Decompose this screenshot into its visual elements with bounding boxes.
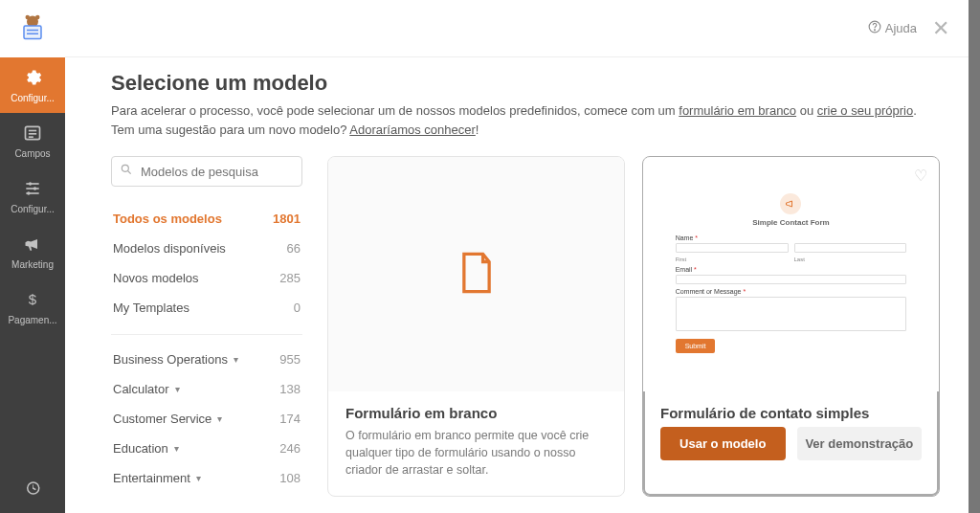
svg-text:$: $: [29, 291, 37, 307]
sidebar-filter-count: 285: [279, 271, 301, 285]
view-demo-button[interactable]: Ver demonstração: [797, 427, 923, 460]
page-title: Selecione um modelo: [111, 71, 940, 96]
heart-icon[interactable]: ♡: [914, 167, 927, 185]
sidebar-filter[interactable]: Todos os modelos1801: [111, 204, 302, 234]
nav-label: Pagamen...: [8, 315, 56, 325]
svg-line-20: [128, 171, 131, 174]
svg-point-18: [874, 30, 875, 31]
sidebar-category-label: Calculator▾: [113, 382, 180, 396]
sidebar-category-label: Customer Service▾: [113, 412, 222, 426]
sidebar-filter-count: 0: [294, 301, 301, 315]
sidebar-separator: [111, 334, 302, 335]
sidebar-filter-label: Novos modelos: [113, 271, 199, 285]
nav-settings[interactable]: Configur...: [0, 168, 65, 224]
sidebar-category[interactable]: Calculator▾138: [111, 374, 302, 404]
sidebar-filter-label: Modelos disponíveis: [113, 241, 226, 256]
nav-setup[interactable]: Configur...: [0, 57, 65, 113]
chevron-down-icon: ▾: [217, 413, 222, 424]
nav-payments[interactable]: $ Pagamen...: [0, 279, 65, 335]
nav-history[interactable]: [0, 465, 65, 513]
svg-point-2: [35, 15, 40, 20]
sidebar-category-count: 108: [279, 471, 301, 485]
link-blank-form[interactable]: formulário em branco: [679, 103, 796, 118]
sidebar-category-label: Business Operations▾: [113, 352, 238, 367]
sidebar-category[interactable]: Entertainment▾108: [111, 463, 302, 493]
sidebar-category-label: Entertainment▾: [113, 471, 201, 485]
search-input[interactable]: [139, 164, 303, 180]
card-title: Formulário de contato simples: [660, 405, 922, 421]
sidebar-category[interactable]: Customer Service▾174: [111, 404, 302, 434]
sidebar-category-count: 174: [279, 412, 301, 426]
nav-label: Marketing: [11, 259, 54, 270]
close-icon[interactable]: ✕: [928, 16, 953, 41]
megaphone-icon: [23, 234, 42, 256]
svg-point-13: [33, 187, 36, 190]
gear-icon: [23, 68, 42, 89]
template-card-blank[interactable]: Formulário em branco O formulário em bra…: [327, 156, 625, 497]
page-intro: Para acelerar o processo, você pode sele…: [111, 101, 940, 139]
megaphone-icon: [780, 193, 801, 214]
sidebar-filter-label: Todos os modelos: [113, 212, 222, 226]
svg-point-11: [29, 182, 32, 185]
svg-point-1: [26, 15, 31, 20]
history-icon: [24, 480, 41, 499]
template-card-simple-contact[interactable]: ♡ Simple Contact Form Name: [642, 156, 940, 497]
search-icon: [120, 163, 139, 180]
use-template-button[interactable]: Usar o modelo: [660, 427, 786, 460]
sidebar-filter-label: My Templates: [113, 301, 189, 315]
sidebar-filter[interactable]: Novos modelos285: [111, 263, 302, 293]
sliders-icon: [23, 179, 42, 200]
nav-fields[interactable]: Campos: [0, 113, 65, 168]
app-logo: [0, 0, 65, 57]
chevron-down-icon: ▾: [234, 354, 238, 365]
sidebar-filter[interactable]: Modelos disponíveis66: [111, 234, 302, 263]
link-feedback[interactable]: Adoraríamos conhecer: [349, 123, 476, 137]
nav-label: Configur...: [11, 93, 55, 103]
card-title: Formulário em branco: [345, 405, 607, 421]
nav-label: Campos: [14, 148, 50, 159]
sidebar-filter[interactable]: My Templates0: [111, 293, 302, 323]
help-link[interactable]: Ajuda: [868, 20, 917, 36]
nav-marketing[interactable]: Marketing: [0, 224, 65, 279]
list-icon: [23, 123, 42, 145]
help-icon: [868, 20, 881, 36]
card-desc: O formulário em branco permite que você …: [345, 427, 607, 479]
nav-label: Configur...: [11, 204, 55, 214]
file-icon: [457, 251, 497, 299]
svg-point-19: [122, 165, 128, 171]
chevron-down-icon: ▾: [174, 443, 179, 454]
template-search[interactable]: [111, 156, 302, 187]
sidebar-category[interactable]: Business Operations▾955: [111, 345, 302, 374]
svg-point-15: [27, 191, 30, 194]
sidebar-filter-count: 1801: [273, 212, 301, 226]
template-preview: Simple Contact Form Name * First Last Em…: [664, 184, 919, 365]
chevron-down-icon: ▾: [196, 473, 201, 483]
svg-rect-3: [24, 26, 41, 39]
sidebar-category[interactable]: Education▾246: [111, 434, 302, 463]
link-create-own[interactable]: crie o seu próprio: [817, 103, 913, 118]
sidebar-category-label: Education▾: [113, 441, 179, 456]
sidebar-category-count: 955: [279, 352, 301, 367]
chevron-down-icon: ▾: [175, 384, 180, 394]
sidebar-filter-count: 66: [287, 241, 301, 256]
dollar-icon: $: [23, 290, 42, 311]
sidebar-category-count: 246: [279, 441, 301, 456]
sidebar-category-count: 138: [279, 382, 301, 396]
